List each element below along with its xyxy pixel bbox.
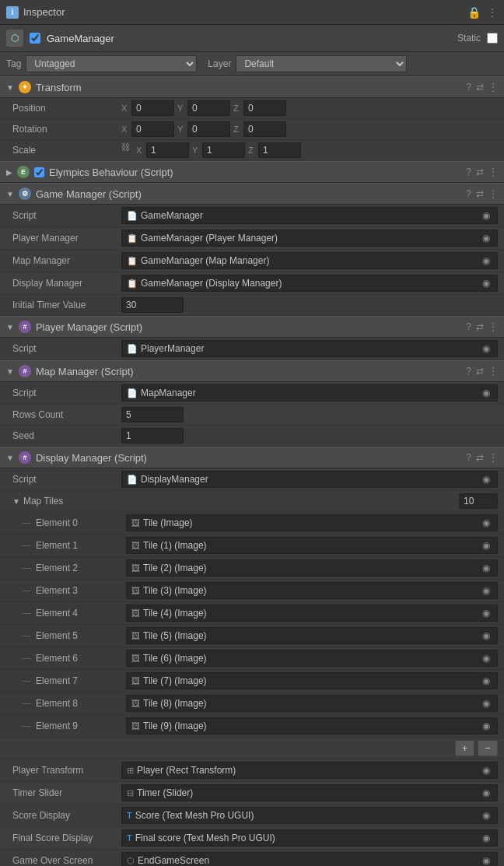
element-row-3: — Element 3 🖼 Tile (3) (Image) ◉ — [0, 580, 504, 602]
player-transform-select-btn[interactable]: ◉ — [480, 764, 492, 777]
rx-axis-label: X — [121, 124, 129, 134]
elympics-menu[interactable]: ⋮ — [488, 167, 498, 177]
dm-help[interactable]: ? — [466, 452, 471, 463]
pm-script-select-btn[interactable]: ◉ — [480, 342, 492, 355]
element-ref-2: 🖼 Tile (2) (Image) ◉ — [126, 559, 498, 577]
mm-help[interactable]: ? — [466, 366, 471, 377]
dm-settings[interactable]: ⇄ — [476, 452, 484, 463]
map-tiles-arrow[interactable]: ▼ — [12, 497, 20, 506]
scale-y-input[interactable] — [202, 142, 245, 158]
pm-settings[interactable]: ⇄ — [476, 321, 484, 332]
elympics-enabled-checkbox[interactable] — [34, 167, 44, 177]
lock-icon[interactable]: 🔒 — [467, 6, 481, 19]
mm-menu[interactable]: ⋮ — [488, 366, 498, 377]
display-manager-actions: ? ⇄ ⋮ — [466, 452, 498, 463]
transform-section-header: ▼ ✦ Transform ? ⇄ ⋮ — [0, 76, 504, 98]
gm-script-label: Script — [12, 210, 121, 221]
pm-menu[interactable]: ⋮ — [488, 321, 498, 332]
element-value-2: Tile (2) (Image) — [143, 563, 207, 573]
element-select-btn-3[interactable]: ◉ — [480, 584, 492, 597]
element-icon-0: 🖼 — [131, 518, 140, 528]
element-dash-5: — — [22, 630, 31, 641]
mm-rows-count-input[interactable] — [121, 407, 184, 422]
position-z-input[interactable] — [243, 100, 286, 116]
gm-display-manager-select-btn[interactable]: ◉ — [480, 277, 492, 289]
scale-x-input[interactable] — [146, 142, 189, 158]
element-icon-8: 🖼 — [131, 699, 140, 708]
position-x-input[interactable] — [131, 100, 174, 116]
gm-map-manager-select-btn[interactable]: ◉ — [480, 254, 492, 267]
transform-menu[interactable]: ⋮ — [488, 82, 498, 93]
scale-z-input[interactable] — [258, 142, 301, 158]
remove-element-button[interactable]: − — [478, 740, 498, 756]
gm-timer-input[interactable] — [121, 297, 184, 313]
element-select-btn-6[interactable]: ◉ — [480, 652, 492, 664]
element-select-btn-9[interactable]: ◉ — [480, 720, 492, 732]
gm-menu[interactable]: ⋮ — [488, 188, 498, 199]
element-value-0: Tile (Image) — [143, 517, 193, 528]
rotation-y-input[interactable] — [187, 121, 230, 137]
element-label-8: Element 8 — [36, 698, 121, 709]
element-select-btn-4[interactable]: ◉ — [480, 607, 492, 619]
display-manager-icon: # — [19, 451, 31, 464]
display-manager-arrow[interactable]: ▼ — [6, 454, 14, 462]
transform-help[interactable]: ? — [466, 82, 471, 93]
element-icon-3: 🖼 — [131, 586, 140, 595]
timer-slider-value: Timer (Slider) — [137, 787, 193, 798]
rotation-z-input[interactable] — [243, 121, 286, 137]
transform-arrow[interactable]: ▼ — [6, 83, 14, 92]
elympics-help[interactable]: ? — [466, 167, 471, 177]
final-score-display-select-btn[interactable]: ◉ — [480, 832, 492, 844]
player-transform-ref: ⊞ Player (Rect Transform) ◉ — [121, 762, 498, 779]
score-display-select-btn[interactable]: ◉ — [480, 809, 492, 822]
element-select-btn-8[interactable]: ◉ — [480, 697, 492, 710]
player-manager-arrow[interactable]: ▼ — [6, 323, 14, 331]
gm-script-select-btn[interactable]: ◉ — [480, 209, 492, 222]
element-select-btn-0[interactable]: ◉ — [480, 517, 492, 529]
element-select-btn-2[interactable]: ◉ — [480, 562, 492, 574]
position-y-input[interactable] — [187, 100, 230, 116]
game-over-screen-row: Game Over Screen ⬡ EndGameScreen ◉ — [0, 850, 504, 866]
position-z-field: Z — [233, 100, 286, 116]
layer-dropdown[interactable]: Default — [236, 55, 407, 72]
dm-script-select-btn[interactable]: ◉ — [480, 473, 492, 486]
game-manager-arrow[interactable]: ▼ — [6, 190, 14, 198]
mm-seed-input[interactable] — [121, 428, 184, 444]
transform-title: Transform — [36, 82, 461, 93]
map-tiles-count-input[interactable] — [459, 493, 498, 509]
tag-label: Tag — [6, 58, 21, 69]
gm-player-manager-row: Player Manager 📋 GameManager (Player Man… — [0, 227, 504, 250]
mm-script-select-btn[interactable]: ◉ — [480, 387, 492, 399]
transform-settings[interactable]: ⇄ — [476, 82, 484, 93]
pm-help[interactable]: ? — [466, 321, 471, 332]
menu-icon[interactable]: ⋮ — [487, 6, 498, 19]
gm-player-manager-select-btn[interactable]: ◉ — [480, 232, 492, 244]
element-dash-6: — — [22, 653, 31, 664]
rotation-label: Rotation — [12, 124, 121, 135]
gm-help[interactable]: ? — [466, 188, 471, 199]
elements-container: — Element 0 🖼 Tile (Image) ◉ — Element 1… — [0, 512, 504, 738]
timer-slider-label: Timer Slider — [12, 787, 121, 798]
mm-settings[interactable]: ⇄ — [476, 366, 484, 377]
element-select-btn-5[interactable]: ◉ — [480, 629, 492, 642]
inspector-icon: i — [6, 6, 19, 19]
element-dash-8: — — [22, 698, 31, 709]
add-element-button[interactable]: + — [455, 740, 475, 756]
static-checkbox[interactable] — [487, 33, 498, 44]
dm-menu[interactable]: ⋮ — [488, 452, 498, 463]
game-over-screen-select-btn[interactable]: ◉ — [480, 854, 492, 866]
tab-actions: 🔒 ⋮ — [467, 6, 498, 19]
element-select-btn-7[interactable]: ◉ — [480, 675, 492, 687]
z-axis-label: Z — [233, 103, 241, 113]
tag-dropdown[interactable]: Untagged — [26, 55, 197, 72]
rotation-x-input[interactable] — [131, 121, 174, 137]
gm-player-manager-icon: 📋 — [127, 233, 138, 244]
timer-slider-select-btn[interactable]: ◉ — [480, 787, 492, 799]
element-select-btn-1[interactable]: ◉ — [480, 539, 492, 552]
gm-settings[interactable]: ⇄ — [476, 188, 484, 199]
map-manager-arrow[interactable]: ▼ — [6, 367, 14, 376]
elympics-arrow[interactable]: ▶ — [6, 168, 12, 177]
elympics-settings[interactable]: ⇄ — [476, 167, 484, 177]
gameobject-enabled-checkbox[interactable] — [30, 33, 40, 44]
game-manager-icon: ⚙ — [19, 188, 31, 200]
